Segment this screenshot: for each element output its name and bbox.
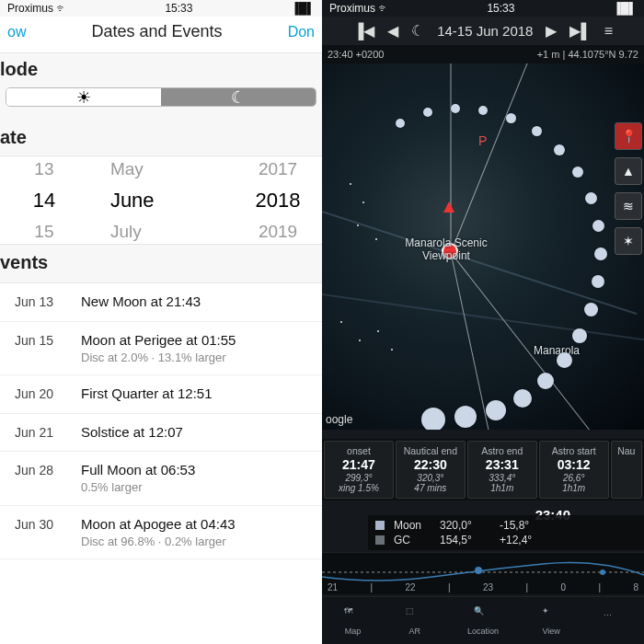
event-date: Jun 21	[15, 423, 64, 440]
dates-events-pane: Proximus ᯤ 15:33 ▐█▌ ow Dates and Events…	[0, 0, 322, 644]
timeline-ticks: 21 | 22 | 23 | 0 | 8	[322, 582, 644, 592]
month-wheel[interactable]: April May June July August	[88, 156, 234, 244]
swatch-moon	[375, 521, 385, 530]
clock: 15:33	[487, 2, 514, 15]
place-label: Manarola Scenic Viewpoint	[386, 236, 506, 262]
event-title: Moon at Perigee at 01:55	[81, 331, 236, 350]
event-sub: Disc at 2.0% · 13.1% larger	[81, 350, 236, 366]
battery-icon: ▐█▌	[613, 2, 637, 15]
event-row[interactable]: Jun 20 First Quarter at 12:51	[0, 375, 322, 413]
battery-icon: ▐█▌	[291, 2, 315, 15]
coords: +1 m | 44.1075°N 9.72	[537, 49, 638, 60]
card-next[interactable]: Nau	[611, 441, 642, 499]
menu-button[interactable]: ≡	[604, 23, 613, 40]
event-row[interactable]: Jun 15 Moon at Perigee at 01:55 Disc at …	[0, 322, 322, 376]
mode-label: lode	[0, 53, 322, 87]
card-astro-end[interactable]: Astro end 23:31 333,4° 1h1m	[467, 441, 537, 499]
last-button[interactable]: ▶▌	[569, 22, 591, 40]
tool-layers[interactable]: ≋	[615, 192, 642, 220]
date-label: ate	[0, 121, 322, 155]
moon-phase-icon: ☾	[411, 22, 424, 40]
swatch-gc	[375, 535, 385, 545]
event-date: Jun 28	[15, 461, 64, 477]
map-attribution: oogle	[326, 413, 352, 426]
event-cards[interactable]: onset 21:47 299,3° xing 1.5% Nautical en…	[322, 439, 644, 500]
mode-sun[interactable]: ☀	[6, 88, 161, 106]
events-list[interactable]: Jun 13 New Moon at 21:43 Jun 15 Moon at …	[0, 282, 322, 644]
event-title: Moon at Apogee at 04:43	[81, 515, 236, 534]
nav-bar: ow Dates and Events Don	[0, 17, 322, 53]
sky-map[interactable]: P Manarola Scenic Viewpoint Manarola 📍 ▲	[322, 63, 644, 430]
legend: Moon 320,0° -15,8° GC 154,5° +12,4°	[368, 515, 644, 550]
wifi-icon: ᯤ	[56, 2, 66, 15]
mode-segmented[interactable]: ☀ ☾	[6, 87, 316, 107]
first-button[interactable]: ▐◀	[353, 22, 374, 40]
direction-arrow-icon	[443, 201, 454, 213]
place-label: Manarola	[534, 344, 580, 357]
card-nautical-end[interactable]: Nautical end 22:30 320,3° 47 mins	[396, 441, 466, 499]
done-button[interactable]: Don	[288, 24, 315, 40]
tab-ar[interactable]: ⬚AR	[406, 606, 424, 636]
event-date: Jun 13	[15, 293, 64, 309]
event-title: Full Moon at 06:53	[81, 461, 195, 479]
tool-satellite[interactable]: ✶	[615, 227, 642, 255]
planner-map-pane: Proximus ᯤ 15:33 ▐█▌ ▐◀ ◀ ☾ 14-15 Jun 20…	[322, 0, 644, 644]
status-bar: Proximus ᯤ 15:33 ▐█▌	[0, 0, 322, 17]
time-offset: 23:40 +0200	[328, 49, 384, 60]
year-wheel[interactable]: 2016 2017 2018 2019 2020	[234, 156, 322, 244]
event-title: Solstice at 12:07	[81, 423, 183, 442]
event-date: Jun 15	[15, 331, 64, 348]
events-label: vents	[0, 245, 322, 282]
event-sub: 0.5% larger	[81, 479, 195, 496]
prev-button[interactable]: ◀	[387, 22, 398, 40]
card-astro-start[interactable]: Astro start 03:12 26,6° 1h1m	[539, 441, 609, 499]
clock: 15:33	[165, 2, 192, 15]
legend-row-gc: GC 154,5° +12,4°	[375, 534, 637, 546]
tool-mountain[interactable]: ▲	[615, 157, 642, 185]
card-moonset[interactable]: onset 21:47 299,3° xing 1.5%	[324, 441, 394, 499]
svg-point-1	[600, 569, 605, 575]
map-tools: 📍 ▲ ≋ ✶	[615, 122, 642, 255]
event-date: Jun 20	[15, 385, 64, 401]
page-title: Dates and Events	[92, 22, 223, 41]
legend-row-moon: Moon 320,0° -15,8°	[375, 519, 637, 532]
event-row[interactable]: Jun 30 Moon at Apogee at 04:43 Disc at 9…	[0, 506, 322, 560]
date-picker[interactable]: 12 13 14 15 16 April May June July Augus…	[0, 155, 322, 245]
event-title: First Quarter at 12:51	[81, 385, 213, 403]
day-wheel[interactable]: 12 13 14 15 16	[0, 156, 88, 244]
event-row[interactable]: Jun 13 New Moon at 21:43	[0, 283, 322, 321]
wifi-icon: ᯤ	[378, 2, 388, 15]
tab-view[interactable]: ✦View	[542, 606, 560, 636]
tab-more[interactable]: ⋯	[604, 611, 622, 631]
date-nav: ▐◀ ◀ ☾ 14-15 Jun 2018 ▶ ▶▌ ≡	[322, 17, 644, 45]
info-bar: 23:40 +0200 +1 m | 44.1075°N 9.72	[322, 45, 644, 63]
back-button[interactable]: ow	[7, 24, 26, 40]
event-title: New Moon at 21:43	[81, 293, 201, 311]
event-row[interactable]: Jun 28 Full Moon at 06:53 0.5% larger	[0, 452, 322, 506]
tab-bar: 🗺Map ⬚AR 🔍Location ✦View ⋯	[322, 596, 644, 644]
status-bar: Proximus ᯤ 15:33 ▐█▌	[322, 0, 644, 17]
next-button[interactable]: ▶	[546, 22, 557, 40]
tab-location[interactable]: 🔍Location	[467, 606, 499, 636]
carrier: Proximus ᯤ	[7, 2, 66, 15]
date-range[interactable]: 14-15 Jun 2018	[437, 23, 533, 39]
svg-point-0	[475, 567, 482, 574]
mode-moon[interactable]: ☾	[161, 88, 316, 106]
timeline[interactable]: 21 | 22 | 23 | 0 | 8	[322, 552, 644, 594]
event-sub: Disc at 96.8% · 0.2% larger	[81, 534, 236, 550]
p-label: P	[478, 133, 487, 148]
event-date: Jun 30	[15, 515, 64, 532]
tool-pin[interactable]: 📍	[615, 122, 642, 150]
carrier: Proximus ᯤ	[329, 2, 388, 15]
tab-map[interactable]: 🗺Map	[344, 606, 362, 636]
event-row[interactable]: Jun 21 Solstice at 12:07	[0, 414, 322, 452]
